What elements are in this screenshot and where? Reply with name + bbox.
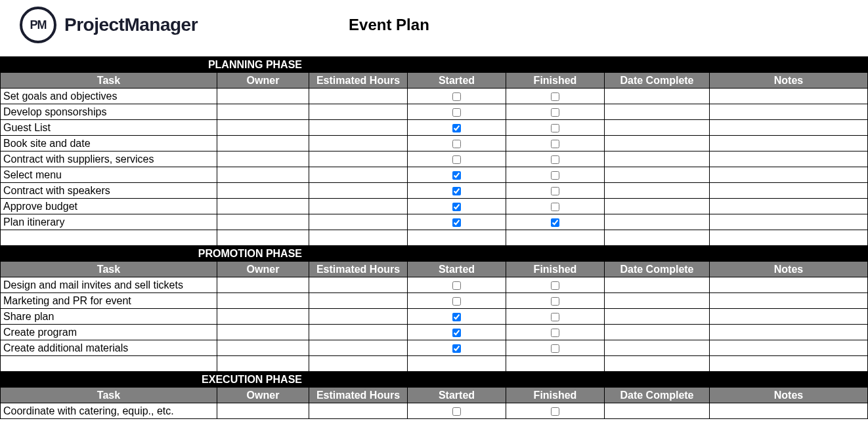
finished-checkbox[interactable]: [551, 297, 559, 306]
finished-cell: [506, 214, 605, 230]
finished-checkbox[interactable]: [551, 155, 559, 164]
finished-checkbox[interactable]: [551, 187, 559, 195]
owner-cell: [217, 199, 309, 214]
phase-header-row: PROMOTION PHASE: [1, 246, 868, 262]
owner-cell: [217, 151, 309, 167]
date-complete-cell: [605, 277, 710, 293]
estimated-hours-cell: [309, 230, 408, 246]
finished-cell: [506, 356, 605, 372]
table-row: Develop sponsorships: [1, 104, 868, 120]
column-header-owner: Owner: [217, 262, 309, 277]
finished-cell: [506, 277, 605, 293]
task-cell: Set goals and objectives: [1, 89, 217, 104]
finished-cell: [506, 104, 605, 120]
finished-checkbox[interactable]: [551, 203, 559, 211]
table-row: Coordinate with catering, equip., etc.: [1, 403, 868, 419]
finished-cell: [506, 89, 605, 104]
started-checkbox[interactable]: [452, 187, 461, 195]
notes-cell: [710, 199, 868, 214]
started-checkbox[interactable]: [452, 140, 461, 148]
started-cell: [408, 277, 506, 293]
task-cell: Marketing and PR for event: [1, 293, 217, 309]
started-checkbox[interactable]: [452, 407, 461, 416]
date-complete-cell: [605, 309, 710, 325]
owner-cell: [217, 403, 309, 419]
column-header-finished: Finished: [506, 73, 605, 89]
finished-checkbox[interactable]: [551, 313, 559, 321]
column-header-date_complete: Date Complete: [605, 73, 710, 89]
started-cell: [408, 325, 506, 340]
finished-checkbox[interactable]: [551, 140, 559, 148]
started-checkbox[interactable]: [452, 297, 461, 306]
phase-name: EXECUTION PHASE: [1, 372, 309, 388]
event-plan-table: PLANNING PHASETaskOwnerEstimated HoursSt…: [0, 56, 868, 419]
notes-cell: [710, 214, 868, 230]
started-cell: [408, 293, 506, 309]
logo-icon: PM: [20, 7, 56, 43]
started-checkbox[interactable]: [452, 329, 461, 337]
finished-checkbox[interactable]: [551, 329, 559, 337]
finished-checkbox[interactable]: [551, 92, 559, 101]
started-checkbox[interactable]: [452, 108, 461, 117]
date-complete-cell: [605, 151, 710, 167]
started-checkbox[interactable]: [452, 92, 461, 101]
finished-checkbox[interactable]: [551, 171, 559, 180]
finished-cell: [506, 325, 605, 340]
started-checkbox[interactable]: [452, 218, 461, 227]
table-row: Contract with speakers: [1, 183, 868, 199]
table-row: Marketing and PR for event: [1, 293, 868, 309]
started-cell: [408, 340, 506, 356]
column-header-task: Task: [1, 262, 217, 277]
estimated-hours-cell: [309, 277, 408, 293]
notes-cell: [710, 325, 868, 340]
column-header-finished: Finished: [506, 388, 605, 403]
owner-cell: [217, 136, 309, 151]
date-complete-cell: [605, 293, 710, 309]
finished-checkbox[interactable]: [551, 108, 559, 117]
started-checkbox[interactable]: [452, 155, 461, 164]
started-checkbox[interactable]: [452, 344, 461, 353]
finished-checkbox[interactable]: [551, 344, 559, 353]
estimated-hours-cell: [309, 325, 408, 340]
column-header-owner: Owner: [217, 73, 309, 89]
estimated-hours-cell: [309, 104, 408, 120]
notes-cell: [710, 104, 868, 120]
date-complete-cell: [605, 340, 710, 356]
started-checkbox[interactable]: [452, 203, 461, 211]
column-header-started: Started: [408, 73, 506, 89]
phase-header-spacer: [309, 246, 868, 262]
owner-cell: [217, 230, 309, 246]
logo-name: ProjectManager: [64, 14, 198, 35]
started-checkbox[interactable]: [452, 171, 461, 180]
estimated-hours-cell: [309, 136, 408, 151]
owner-cell: [217, 277, 309, 293]
task-cell: Contract with speakers: [1, 183, 217, 199]
started-cell: [408, 104, 506, 120]
column-header-estimated_hours: Estimated Hours: [309, 73, 408, 89]
started-checkbox[interactable]: [452, 313, 461, 321]
owner-cell: [217, 214, 309, 230]
column-header-notes: Notes: [710, 388, 868, 403]
notes-cell: [710, 293, 868, 309]
estimated-hours-cell: [309, 403, 408, 419]
column-header-task: Task: [1, 73, 217, 89]
started-checkbox[interactable]: [452, 281, 461, 290]
finished-checkbox[interactable]: [551, 281, 559, 290]
notes-cell: [710, 403, 868, 419]
table-row: Contract with suppliers, services: [1, 151, 868, 167]
date-complete-cell: [605, 214, 710, 230]
started-cell: [408, 214, 506, 230]
finished-checkbox[interactable]: [551, 218, 559, 227]
started-cell: [408, 309, 506, 325]
finished-checkbox[interactable]: [551, 407, 559, 416]
notes-cell: [710, 356, 868, 372]
owner-cell: [217, 356, 309, 372]
started-checkbox[interactable]: [452, 124, 461, 132]
date-complete-cell: [605, 325, 710, 340]
date-complete-cell: [605, 136, 710, 151]
finished-checkbox[interactable]: [551, 124, 559, 132]
date-complete-cell: [605, 403, 710, 419]
task-cell: Create additional materials: [1, 340, 217, 356]
finished-cell: [506, 136, 605, 151]
estimated-hours-cell: [309, 199, 408, 214]
